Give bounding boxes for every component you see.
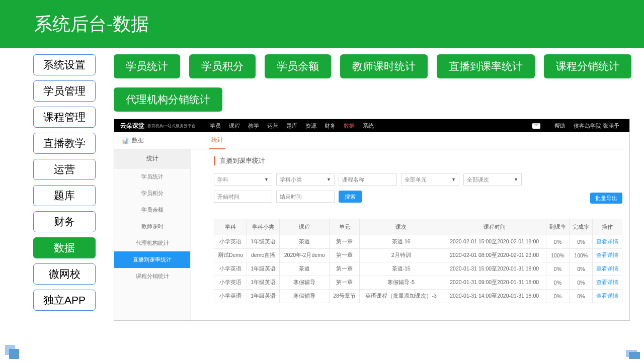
tab-0[interactable]: 学员统计 xyxy=(114,54,180,78)
view-detail-link[interactable]: 查看详情 xyxy=(593,262,622,276)
panel-main: 直播到课率统计 学科▼ 学科小类▼ 课程名称 全部单元▼ 全部课次▼ 开始时间 … xyxy=(191,149,629,320)
col-header: 完成率 xyxy=(570,219,593,235)
filter-course-name[interactable]: 课程名称 xyxy=(339,173,397,186)
topmenu-题库[interactable]: 题库 xyxy=(286,123,297,129)
topmenu-运营[interactable]: 运营 xyxy=(267,123,278,129)
filter-lesson[interactable]: 全部课次▼ xyxy=(463,173,522,186)
sidenav-item-7[interactable]: 数据 xyxy=(33,237,96,258)
cell: 0% xyxy=(546,235,569,249)
cell: 茶道 xyxy=(280,262,330,276)
col-header: 课次 xyxy=(359,219,443,235)
view-detail-link[interactable]: 查看详情 xyxy=(593,249,622,262)
col-header: 课程 xyxy=(280,219,330,235)
col-header: 课程时间 xyxy=(443,219,546,235)
page-title: 系统后台-数据 xyxy=(34,12,149,37)
cell: 茶道-16 xyxy=(359,235,443,249)
topmenu-数据[interactable]: 数据 xyxy=(344,123,355,129)
cell: 第一章 xyxy=(330,262,359,276)
table-row: 测试Demodemo直播2020年-2月demo第一章2月特训2020-02-0… xyxy=(214,249,622,262)
tab-1[interactable]: 学员积分 xyxy=(189,54,256,78)
topmenu-教学[interactable]: 教学 xyxy=(248,123,259,129)
topmenu-课程[interactable]: 课程 xyxy=(229,123,240,129)
cell: 寒假辅导-5 xyxy=(359,276,443,290)
cell: 1年级英语 xyxy=(247,235,280,249)
cell: 100% xyxy=(570,249,593,262)
decoration-bottom-left xyxy=(5,345,19,359)
topmenu-系统[interactable]: 系统 xyxy=(363,123,374,129)
stats-icon: 📊 xyxy=(121,137,129,144)
cell: 0% xyxy=(546,276,569,290)
filter-unit[interactable]: 全部单元▼ xyxy=(401,173,459,186)
panel-side-item-6[interactable]: 课程分销统计 xyxy=(114,268,190,285)
topmenu-财务[interactable]: 财务 xyxy=(325,123,336,129)
cell: 0% xyxy=(570,262,593,276)
sidenav-item-4[interactable]: 运营 xyxy=(33,159,96,180)
help-link[interactable]: 帮助 xyxy=(554,122,566,130)
sidenav-item-0[interactable]: 系统设置 xyxy=(33,54,96,75)
cell: 第一章 xyxy=(330,249,359,262)
sidenav-item-5[interactable]: 题库 xyxy=(33,185,96,206)
cell: 0% xyxy=(570,290,593,303)
cell: 小学英语 xyxy=(214,262,247,276)
export-button[interactable]: 批量导出 xyxy=(590,193,622,204)
sidenav-item-1[interactable]: 学员管理 xyxy=(33,80,96,102)
cell: 寒假辅导 xyxy=(280,276,330,290)
cell: 小学英语 xyxy=(214,235,247,249)
cell: 100% xyxy=(546,249,569,262)
cell: demo直播 xyxy=(247,249,280,262)
panel-side-item-0[interactable]: 学员统计 xyxy=(114,168,190,185)
sidenav-item-9[interactable]: 独立APP xyxy=(33,290,96,311)
col-header: 操作 xyxy=(593,219,622,235)
cell: 第一章 xyxy=(330,276,359,290)
topmenu-资源[interactable]: 资源 xyxy=(305,123,316,129)
top-menu-bar: 云朵课堂 教育机构一站式服务云平台 学员课程教学运营题库资源财务数据系统 帮助 … xyxy=(114,119,629,132)
col-header: 单元 xyxy=(330,219,359,235)
panel-side-item-1[interactable]: 学员积分 xyxy=(114,185,190,202)
cell: 英语课程（批量添加课次）-3 xyxy=(359,290,443,303)
filter-subclass[interactable]: 学科小类▼ xyxy=(276,173,335,186)
panel-side-item-5[interactable]: 直播到课率统计 xyxy=(114,251,190,268)
panel-side-item-4[interactable]: 代理机构统计 xyxy=(114,235,190,251)
table-row: 小学英语1年级英语茶道第一章茶道-162020-02-01 15:00至2020… xyxy=(214,235,622,249)
sidenav-item-2[interactable]: 课程管理 xyxy=(33,107,96,128)
cell: 茶道 xyxy=(280,235,330,249)
cell: 0% xyxy=(546,290,569,303)
section-title: 直播到课率统计 xyxy=(214,156,622,165)
sidenav-item-3[interactable]: 直播教学 xyxy=(33,133,96,154)
cell: 0% xyxy=(570,235,593,249)
sidenav-item-6[interactable]: 财务 xyxy=(33,211,96,232)
filter-start-time[interactable]: 开始时间 xyxy=(214,191,272,203)
tab-2[interactable]: 学员余额 xyxy=(265,54,331,78)
view-detail-link[interactable]: 查看详情 xyxy=(593,290,622,303)
sidenav-item-8[interactable]: 微网校 xyxy=(33,263,96,285)
tab-4[interactable]: 直播到课率统计 xyxy=(437,54,535,78)
topmenu-学员[interactable]: 学员 xyxy=(210,123,221,129)
cell: 1年级英语 xyxy=(247,262,280,276)
cell: 28号章节 xyxy=(330,290,359,303)
subbar-stat[interactable]: 统计 xyxy=(209,132,225,149)
search-button[interactable]: 搜索 xyxy=(339,191,362,203)
filter-end-time[interactable]: 结束时间 xyxy=(276,191,335,203)
cell: 2020-01-31 09:00至2020-01-31 18:00 xyxy=(443,276,546,290)
page-header: 系统后台-数据 xyxy=(0,0,644,48)
tab-row: 学员统计学员积分学员余额教师课时统计直播到课率统计课程分销统计代理机构分销统计 xyxy=(114,54,633,112)
panel-side-item-2[interactable]: 学员余额 xyxy=(114,202,190,218)
col-header: 学科小类 xyxy=(247,219,280,235)
filter-subject[interactable]: 学科▼ xyxy=(214,173,272,186)
sub-bar: 📊 数据 统计 xyxy=(114,132,629,149)
mail-icon[interactable] xyxy=(532,123,540,129)
cell: 第一章 xyxy=(330,235,359,249)
decoration-bottom-right xyxy=(626,350,641,359)
tab-3[interactable]: 教师课时统计 xyxy=(340,54,428,78)
view-detail-link[interactable]: 查看详情 xyxy=(593,235,622,249)
panel-side: 统计 学员统计学员积分学员余额教师课时代理机构统计直播到课率统计课程分销统计 xyxy=(114,149,191,320)
tab-6[interactable]: 代理机构分销统计 xyxy=(114,87,222,112)
panel-side-item-3[interactable]: 教师课时 xyxy=(114,218,190,235)
user-label[interactable]: 侠客岛学院 张涵予 xyxy=(574,122,619,130)
col-header: 学科 xyxy=(214,219,247,235)
view-detail-link[interactable]: 查看详情 xyxy=(593,276,622,290)
panel-side-head: 统计 xyxy=(114,149,190,168)
tab-5[interactable]: 课程分销统计 xyxy=(544,54,631,78)
cell: 2020-01-31 15:00至2020-01-31 18:00 xyxy=(443,262,546,276)
cell: 小学英语 xyxy=(214,276,247,290)
